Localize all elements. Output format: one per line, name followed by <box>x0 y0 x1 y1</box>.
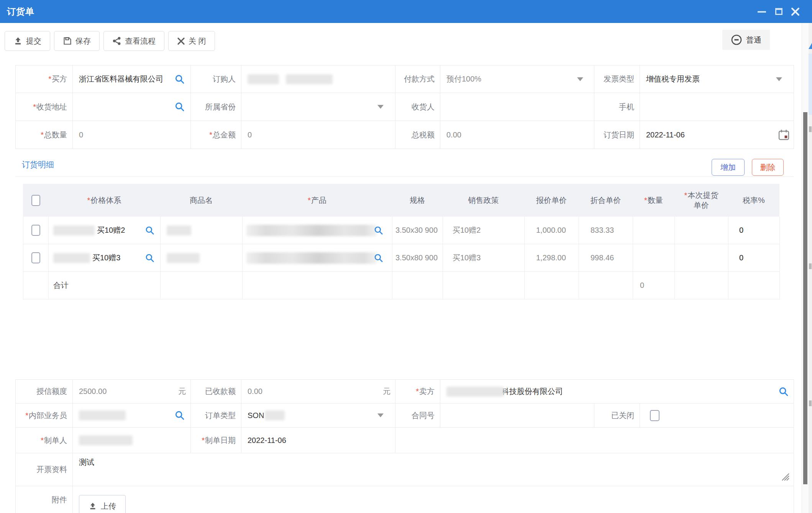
close-window-icon[interactable] <box>791 7 800 16</box>
tax-rate-cell: 0 <box>728 217 780 244</box>
maker-label: 制单人 <box>41 435 67 446</box>
upload-label: 上传 <box>101 501 116 511</box>
seller-label: 卖方 <box>416 386 435 397</box>
contract-no-field[interactable] <box>440 404 594 428</box>
redacted-text <box>79 435 133 445</box>
close-form-label: 关 闭 <box>189 36 206 46</box>
search-icon[interactable] <box>374 253 384 263</box>
product-cell[interactable] <box>243 217 392 244</box>
tax-rate-cell: 0 <box>728 244 780 272</box>
col-policy: 销售政策 <box>468 195 499 206</box>
order-type-select[interactable]: SON <box>241 404 395 428</box>
payment-label: 付款方式 <box>404 74 435 84</box>
invoice-info-label: 开票资料 <box>36 464 67 475</box>
province-select[interactable] <box>241 93 395 121</box>
closed-checkbox[interactable] <box>650 410 659 421</box>
scrollbar-thumb[interactable] <box>803 112 807 484</box>
price-system-cell[interactable]: 买10赠3 <box>49 244 161 272</box>
make-date-field[interactable]: 2022-11-06 <box>241 428 395 453</box>
header-form: 买方 浙江省医料器械有限公司 订购人 付款方式 预付100% 发票类型 增值税专… <box>15 65 794 149</box>
invoice-type-select[interactable]: 增值税专用发票 <box>640 65 794 93</box>
total-row-label: 合计 <box>49 272 161 299</box>
maximize-icon[interactable] <box>775 8 782 15</box>
price-system-cell[interactable]: 买10赠2 <box>49 217 161 244</box>
search-icon[interactable] <box>174 410 185 421</box>
redacted-text <box>79 410 126 420</box>
view-flow-button[interactable]: 查看流程 <box>103 31 164 51</box>
row-checkbox[interactable] <box>31 252 40 263</box>
priority-selector[interactable]: 普通 <box>722 30 770 50</box>
search-icon[interactable] <box>145 253 155 263</box>
calendar-icon[interactable] <box>778 129 790 141</box>
search-icon[interactable] <box>174 74 185 85</box>
mobile-field[interactable] <box>640 93 794 121</box>
resize-handle-icon[interactable] <box>780 471 790 481</box>
col-spec: 规格 <box>410 195 425 206</box>
invoice-info-textarea[interactable]: 测试 <box>73 453 794 486</box>
upload-icon <box>89 502 97 510</box>
invoice-type-value: 增值税专用发票 <box>646 74 700 84</box>
search-icon[interactable] <box>145 225 155 235</box>
select-all-checkbox[interactable] <box>31 195 40 206</box>
row-checkbox[interactable] <box>31 225 40 236</box>
minimize-icon[interactable] <box>758 11 766 13</box>
upload-button[interactable]: 上传 <box>79 495 126 513</box>
col-converted-price: 折合单价 <box>591 195 621 206</box>
table-row-checkbox-cell <box>23 244 49 272</box>
title-bar: 订货单 <box>0 0 812 23</box>
policy-cell: 买10赠2 <box>443 217 525 244</box>
save-label: 保存 <box>75 36 91 46</box>
minus-circle-icon <box>731 34 742 46</box>
buyer-label: 买方 <box>48 74 67 84</box>
col-pickup-price: 本次提货单价 <box>684 190 719 210</box>
product-name-cell[interactable] <box>161 217 243 244</box>
ship-address-label: 收货地址 <box>33 102 67 112</box>
salesman-field[interactable] <box>73 404 191 428</box>
redacted-text <box>246 225 377 236</box>
submit-button[interactable]: 提交 <box>5 31 50 51</box>
background-glyph <box>809 400 812 406</box>
receiver-field[interactable] <box>440 93 594 121</box>
credit-limit-value: 2500.00元 <box>73 380 191 404</box>
product-cell[interactable] <box>243 244 392 272</box>
product-name-cell[interactable] <box>161 244 243 272</box>
total-row-cell <box>23 272 49 299</box>
search-icon[interactable] <box>778 386 789 397</box>
price-system-value: 买10赠3 <box>92 253 120 263</box>
dropdown-arrow-icon <box>377 105 384 109</box>
col-qty: 数量 <box>644 196 663 204</box>
buyer-field[interactable]: 浙江省医料器械有限公司 <box>73 65 191 93</box>
delete-row-button[interactable]: 删除 <box>752 159 784 176</box>
order-date-field[interactable]: 2022-11-06 <box>640 121 794 149</box>
ship-address-field[interactable] <box>73 93 191 121</box>
close-form-button[interactable]: 关 闭 <box>168 31 215 51</box>
pickup-price-cell[interactable] <box>675 244 728 272</box>
search-icon[interactable] <box>174 101 185 112</box>
dropdown-arrow-icon <box>577 77 583 81</box>
search-icon[interactable] <box>374 225 384 235</box>
redacted-text <box>167 225 191 235</box>
province-label: 所属省份 <box>205 102 236 112</box>
section-divider <box>15 176 794 177</box>
spec-cell: 3.50x80 900 <box>392 244 443 272</box>
empty-cell <box>395 428 794 453</box>
save-button[interactable]: 保存 <box>54 31 100 51</box>
pickup-price-cell[interactable] <box>675 217 728 244</box>
seller-field[interactable]: 科技股份有限公司 <box>440 380 794 404</box>
toolbar: 提交 保存 查看流程 关 闭 <box>5 31 215 51</box>
mobile-label: 手机 <box>619 102 634 112</box>
upload-icon <box>13 36 23 46</box>
quote-price-cell: 1,000.00 <box>525 217 579 244</box>
orderer-field[interactable] <box>241 65 395 93</box>
order-type-label: 订单类型 <box>205 410 236 421</box>
maker-field[interactable] <box>73 428 191 453</box>
background-glyph <box>809 126 812 132</box>
qty-cell[interactable] <box>633 217 675 244</box>
payment-select[interactable]: 预付100% <box>440 65 594 93</box>
detail-section-title: 订货明细 <box>22 159 54 170</box>
quote-price-cell: 1,298.00 <box>525 244 579 272</box>
total-amount-label: 总金额 <box>209 130 236 140</box>
qty-cell[interactable] <box>633 244 675 272</box>
add-row-button[interactable]: 增加 <box>712 159 745 176</box>
detail-table-body: 买10赠2 3.50x30 900 买10赠2 1,000.00 833.33 … <box>23 217 779 299</box>
